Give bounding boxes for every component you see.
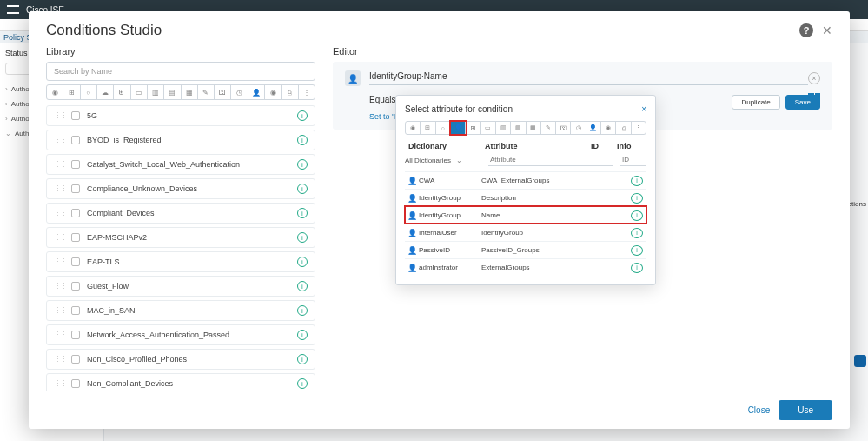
filter-check-icon[interactable]: ◉ (265, 85, 282, 99)
drag-icon[interactable]: ⋮⋮ (54, 136, 66, 144)
info-icon[interactable]: i (631, 193, 643, 204)
info-icon[interactable]: i (297, 281, 308, 291)
checkbox[interactable] (71, 209, 80, 217)
filter-cloud-icon[interactable]: ☁ (97, 85, 114, 99)
attribute-row[interactable]: 👤IdentityGroupDescriptioni (405, 189, 646, 206)
pf-person-icon[interactable]: 👤 (586, 122, 601, 134)
filter-grid-icon[interactable]: ▦ (182, 85, 198, 99)
library-item[interactable]: ⋮⋮Network_Access_Authentication_Passedi (46, 324, 315, 345)
attribute-field[interactable]: IdentityGroup·Name (369, 71, 808, 85)
checkbox[interactable] (71, 306, 80, 315)
add-button[interactable] (854, 355, 866, 367)
filter-edit-icon[interactable]: ✎ (198, 85, 215, 99)
filter-shield-icon[interactable]: ⛨ (114, 85, 130, 99)
checkbox[interactable] (71, 160, 80, 169)
info-icon[interactable]: i (297, 305, 308, 316)
attribute-row[interactable]: 👤InternalUserIdentityGroupi (405, 224, 646, 241)
popover-close-icon[interactable]: × (641, 104, 646, 114)
menu-icon[interactable] (7, 5, 19, 14)
info-icon[interactable]: i (631, 176, 643, 186)
pf-user-icon[interactable]: 👤 (451, 122, 466, 134)
info-icon[interactable]: i (297, 354, 308, 364)
drag-icon[interactable]: ⋮⋮ (54, 331, 66, 339)
pf-clock-icon[interactable]: ◷ (571, 122, 586, 134)
checkbox[interactable] (71, 184, 80, 193)
attribute-filter-input[interactable] (488, 154, 613, 166)
library-item[interactable]: ⋮⋮MAC_in_SANi (46, 300, 315, 321)
info-icon[interactable]: i (297, 208, 308, 218)
checkbox[interactable] (71, 136, 80, 144)
attribute-row[interactable]: 👤PassiveIDPassiveID_Groupsi (405, 241, 646, 258)
filter-tag-icon[interactable]: ⊞ (63, 85, 80, 99)
close-icon[interactable]: ✕ (822, 23, 832, 37)
drag-icon[interactable]: ⋮⋮ (54, 209, 66, 217)
info-icon[interactable]: i (297, 159, 308, 170)
checkbox[interactable] (71, 331, 80, 339)
drag-icon[interactable]: ⋮⋮ (54, 257, 66, 266)
drag-icon[interactable]: ⋮⋮ (54, 111, 66, 120)
duplicate-button[interactable]: Duplicate (732, 95, 779, 110)
drag-icon[interactable]: ⋮⋮ (54, 355, 66, 364)
library-item[interactable]: ⋮⋮EAP-MSCHAPv2i (46, 227, 315, 248)
filter-user-icon[interactable]: 👤 (248, 85, 265, 99)
library-filter-bar[interactable]: ◉ ⊞ ○ ☁ ⛨ ▭ ▥ ▤ ▦ ✎ ⚿ ◷ 👤 ◉ ⎙ ⋮ (46, 84, 315, 100)
library-item[interactable]: ⋮⋮Non_Compliant_Devicesi (46, 373, 315, 391)
pf-shield-icon[interactable]: ⛨ (466, 122, 480, 134)
help-icon[interactable]: ? (799, 23, 813, 37)
popover-filter-bar[interactable]: ◉ ⊞ ○ 👤 ⛨ ▭ ▥ ▤ ▦ ✎ ⚿ ◷ 👤 ◉ ⎙ (405, 121, 646, 135)
library-item[interactable]: ⋮⋮Catalyst_Switch_Local_Web_Authenticati… (46, 154, 315, 175)
info-icon[interactable]: i (297, 330, 308, 340)
use-button[interactable]: Use (779, 400, 832, 420)
filter-clock-icon[interactable]: ◷ (231, 85, 248, 99)
pf-grid-icon[interactable]: ▦ (527, 122, 541, 134)
info-icon[interactable]: i (297, 232, 308, 243)
drag-icon[interactable]: ⋮⋮ (54, 282, 66, 291)
filter-building-icon[interactable]: ▥ (148, 85, 164, 99)
pf-building-icon[interactable]: ▥ (496, 122, 511, 134)
library-item[interactable]: ⋮⋮BYOD_is_Registeredi (46, 130, 315, 150)
pf-circle-icon[interactable]: ○ (436, 122, 451, 134)
id-filter-input[interactable] (620, 154, 646, 166)
clear-icon[interactable]: × (808, 72, 820, 84)
filter-display-icon[interactable]: ▭ (131, 85, 148, 99)
library-item[interactable]: ⋮⋮Non_Cisco_Profiled_Phonesi (46, 349, 315, 370)
close-button[interactable]: Close (748, 405, 771, 415)
library-item[interactable]: ⋮⋮Compliance_Unknown_Devicesi (46, 178, 315, 199)
attribute-row[interactable]: 👤admInstratorExternalGroupsi (405, 258, 646, 276)
library-item[interactable]: ⋮⋮5Gi (46, 105, 315, 126)
filter-circle-icon[interactable]: ○ (81, 85, 97, 99)
info-icon[interactable]: i (297, 257, 308, 267)
pf-tag-icon[interactable]: ⊞ (421, 122, 435, 134)
drag-icon[interactable]: ⋮⋮ (54, 233, 66, 242)
checkbox[interactable] (71, 282, 80, 291)
library-item[interactable]: ⋮⋮Compliant_Devicesi (46, 203, 315, 224)
info-icon[interactable]: i (631, 263, 643, 273)
filter-wifi-icon[interactable]: ⋮ (299, 85, 315, 99)
pf-location-icon[interactable]: ◉ (406, 122, 421, 134)
pf-check-icon[interactable]: ◉ (601, 122, 616, 134)
info-icon[interactable]: i (631, 245, 643, 256)
library-item[interactable]: ⋮⋮Guest_Flowi (46, 276, 315, 297)
pf-key-icon[interactable]: ⚿ (556, 122, 571, 134)
pf-display-icon[interactable]: ▭ (481, 122, 496, 134)
pf-doc-icon[interactable]: ▤ (511, 122, 526, 134)
info-icon[interactable]: i (631, 228, 643, 238)
pf-cert-icon[interactable]: ⎙ (616, 122, 631, 134)
filter-key-icon[interactable]: ⚿ (215, 85, 231, 99)
info-icon[interactable]: i (297, 110, 308, 121)
checkbox[interactable] (71, 257, 80, 266)
drag-icon[interactable]: ⋮⋮ (54, 184, 66, 193)
library-item[interactable]: ⋮⋮EAP-TLSi (46, 251, 315, 272)
info-icon[interactable]: i (297, 184, 308, 194)
checkbox[interactable] (71, 111, 80, 120)
info-icon[interactable]: i (297, 135, 308, 145)
info-icon[interactable]: i (297, 378, 308, 389)
save-button[interactable]: Save (785, 95, 820, 110)
dictionary-dropdown[interactable]: All Dictionaries (405, 157, 481, 164)
attribute-row[interactable]: 👤CWACWA_ExternalGroupsi (405, 171, 646, 189)
filter-doc-icon[interactable]: ▤ (164, 85, 181, 99)
drag-icon[interactable]: ⋮⋮ (54, 306, 66, 315)
checkbox[interactable] (71, 233, 80, 242)
drag-icon[interactable]: ⋮⋮ (54, 160, 66, 169)
filter-cert-icon[interactable]: ⎙ (282, 85, 298, 99)
